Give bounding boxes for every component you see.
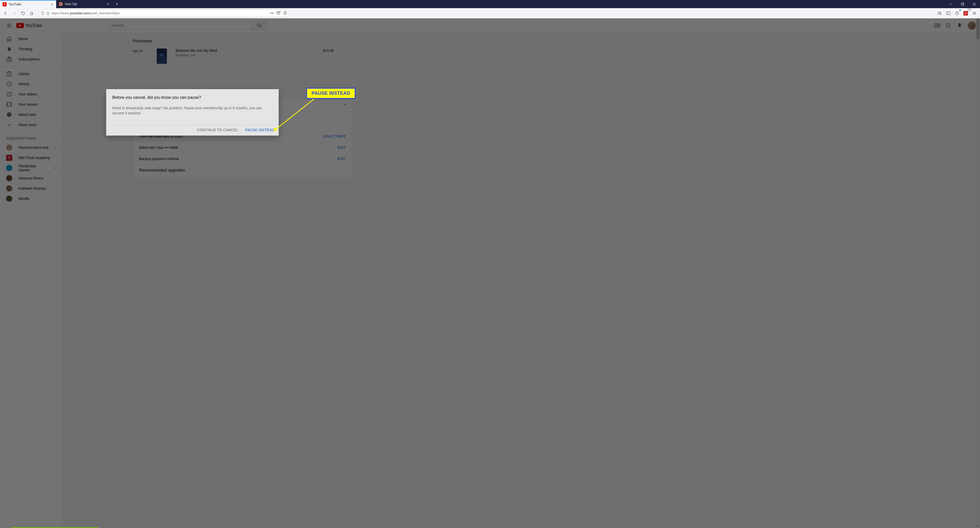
home-button[interactable] — [27, 9, 36, 18]
pause-instead-button[interactable]: PAUSE INSTEAD — [245, 128, 275, 132]
maximize-button[interactable] — [956, 0, 968, 8]
youtube-icon — [3, 2, 6, 6]
browser-toolbar: https://www.youtube.com/paid_memberships… — [0, 8, 980, 18]
close-icon[interactable]: ✕ — [106, 2, 110, 6]
bookmark-icon[interactable] — [283, 11, 287, 16]
tab-newtab[interactable]: New Tab ✕ — [56, 0, 112, 8]
pause-modal: Before you cancel, did you know you can … — [106, 89, 279, 136]
firefox-icon — [59, 2, 63, 6]
svg-point-2 — [60, 3, 62, 5]
extension-lastpass-icon[interactable]: ••• 16 — [962, 9, 970, 18]
lock-icon[interactable] — [46, 11, 50, 15]
browser-titlebar: YouTube ✕ New Tab ✕ + — [0, 0, 980, 8]
page-actions-icon[interactable]: ••• — [270, 11, 274, 15]
svg-line-25 — [275, 95, 319, 129]
badge-count: 16 — [967, 8, 971, 11]
minimize-button[interactable] — [945, 0, 956, 8]
close-button[interactable] — [968, 0, 980, 8]
library-icon[interactable] — [935, 9, 944, 18]
back-button[interactable] — [2, 9, 10, 18]
url-bar[interactable]: https://www.youtube.com/paid_memberships… — [39, 10, 289, 17]
callout-label: PAUSE INSTEAD — [306, 88, 355, 99]
forward-button[interactable] — [10, 9, 18, 18]
pocket-icon[interactable] — [277, 11, 280, 16]
continue-cancel-button[interactable]: CONTINUE TO CANCEL — [197, 128, 238, 132]
modal-title: Before you cancel, did you know you can … — [112, 95, 272, 100]
container-icon[interactable] — [953, 9, 961, 18]
shield-icon[interactable] — [41, 11, 45, 15]
highlight-dot — [273, 128, 278, 132]
menu-button[interactable] — [970, 9, 978, 18]
window-controls — [945, 0, 980, 8]
reload-button[interactable] — [19, 9, 27, 18]
svg-rect-5 — [947, 12, 950, 15]
close-icon[interactable]: ✕ — [50, 2, 54, 6]
new-tab-button[interactable]: + — [112, 0, 121, 8]
tab-title: YouTube — [9, 3, 48, 6]
svg-rect-4 — [47, 13, 49, 15]
svg-rect-3 — [961, 3, 963, 5]
tab-youtube[interactable]: YouTube ✕ — [0, 0, 56, 8]
url-text: https://www.youtube.com/paid_memberships — [51, 11, 269, 15]
modal-text: Need to temporarily step away? No proble… — [112, 105, 272, 116]
tab-title: New Tab — [65, 2, 104, 6]
svg-rect-7 — [956, 13, 958, 13]
sidebar-icon[interactable] — [944, 9, 953, 18]
